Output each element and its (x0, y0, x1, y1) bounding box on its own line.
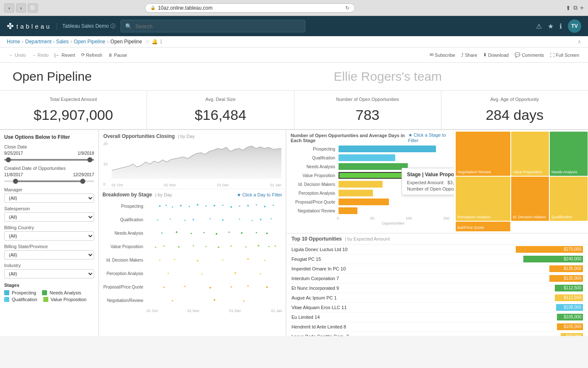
treemap-cell-proposal[interactable]: lsal/Price Quote (456, 222, 510, 231)
top10-row-8[interactable]: Eu Limited 14 $105,000 (286, 312, 588, 322)
back-button[interactable]: ‹ (4, 3, 14, 13)
svg-point-16 (170, 219, 171, 220)
user-avatar[interactable]: TV (568, 19, 581, 33)
comments-button[interactable]: 💬 Comments (512, 51, 546, 59)
svg-point-7 (214, 205, 215, 207)
top10-section: Top 10 Opportunities | by Expected Amoun… (286, 233, 588, 336)
close-date-range: 9/25/2017 1/9/2018 (4, 151, 94, 156)
horiz-filter-link[interactable]: ★ Click a Stage to Filter (408, 132, 449, 143)
top10-row-6[interactable]: Augue Ac Ipsum PC 1 $112,500 (286, 293, 588, 303)
top10-subtitle: | by Expected Amount (345, 236, 390, 241)
horiz-row-prospecting[interactable]: Prospecting (292, 146, 449, 152)
breadcrumb-pipeline1[interactable]: Open Pipeline (74, 39, 105, 45)
info-icon[interactable]: ℹ (559, 22, 562, 30)
fullscreen-button[interactable]: ⛶ Full Screen (548, 51, 581, 59)
download-button[interactable]: ⬇ Download (481, 51, 511, 59)
refresh-button[interactable]: ⟳ Refresh (79, 51, 105, 59)
star-icon[interactable]: ★ (548, 22, 554, 30)
alert-icon[interactable]: ⚠ (536, 22, 542, 30)
refresh-browser-icon[interactable]: ↻ (345, 5, 349, 11)
breadcrumb-collapse-icon[interactable]: ∧ (578, 39, 581, 45)
revert-button[interactable]: |← Revert (52, 51, 77, 59)
app-info-icon[interactable]: ⓘ (110, 23, 116, 30)
treemap-cell-idm[interactable]: Id. Decision Makers (511, 177, 549, 221)
breadcrumb-home[interactable]: Home (7, 39, 20, 45)
top10-bar-7: $108,000 (556, 304, 583, 311)
redo-button[interactable]: → Redo (29, 51, 50, 59)
address-bar[interactable]: 🔒 10az.online.tableau.com ↻ (145, 3, 355, 13)
svg-point-54 (260, 273, 261, 275)
app-name-section: Tableau Sales Demo ⓘ (57, 23, 116, 30)
kpi-total-expected: Total Expected Amount $12,907,000 (0, 91, 147, 129)
breadcrumb-dept[interactable]: Department - Sales (25, 39, 68, 45)
top10-row-10[interactable]: Lacus Pede Sagittis Corp. 7 $90,000 (286, 332, 588, 336)
share-button[interactable]: ⤴ Share (459, 51, 479, 59)
pause-button[interactable]: ⏸ Pause (106, 51, 129, 59)
top10-row-5[interactable]: Et Nunc Incorporated 9 $112,500 (286, 283, 588, 293)
refresh-label: Refresh (86, 53, 102, 58)
horiz-row-proposal[interactable]: Proposal/Price Quote (292, 199, 449, 205)
created-date-thumb-left[interactable] (13, 179, 18, 184)
treemap-cell-value[interactable]: Value Proposition (511, 132, 549, 176)
svg-point-32 (256, 232, 257, 233)
subscribe-button[interactable]: ✉ Subscribe (428, 51, 457, 59)
kpi-row: Total Expected Amount $12,907,000 Avg. D… (0, 91, 588, 130)
svg-point-8 (222, 205, 223, 206)
horiz-row-negotiation[interactable]: Negotiation/ Review (292, 207, 449, 214)
right-panel: Number of Open Opportunities and Average… (286, 130, 588, 336)
sparkline-svg-negotiation (147, 296, 282, 304)
treemap-cell-qualification[interactable]: Qualification (550, 177, 588, 221)
breadcrumb-star-icon[interactable]: ☆ (145, 39, 150, 45)
breakdown-row-perception: Perception Analysis (102, 267, 282, 280)
breakdown-row-value: Value Proposition (102, 240, 282, 253)
sparkline-svg-proposal (147, 283, 282, 291)
top10-row-4[interactable]: Interdum Corporation 7 $135,000 (286, 274, 588, 283)
kpi-open-opps-label: Number of Open Opportunities (303, 97, 433, 102)
breadcrumb-alert-icon[interactable]: 🔔 (152, 39, 158, 45)
y-label-20: 20 (103, 142, 108, 146)
close-date-thumb-right[interactable] (87, 157, 92, 162)
search-input[interactable] (135, 23, 301, 29)
browser-chrome: ‹ › ⬜ 🔒 10az.online.tableau.com ↻ ⬆ ⧉ + (0, 0, 588, 16)
billing-state-select[interactable]: (All) (4, 250, 94, 259)
svg-point-41 (245, 246, 247, 248)
tab-icon[interactable]: ⬜ (28, 3, 38, 13)
share-browser-btn[interactable]: ⬆ (566, 4, 571, 12)
billing-country-select[interactable]: (All) (4, 231, 94, 241)
sparkline-svg-prospecting (147, 202, 282, 210)
top10-row-1[interactable]: Ligula Donec Luctus Ltd 10 $270,000 (286, 245, 588, 254)
horiz-x-axis-label: Opportunities (337, 221, 449, 225)
salesperson-select[interactable]: (All) (4, 212, 94, 222)
top10-name-3: Imperdiet Ornare In PC 10 (291, 266, 549, 271)
manager-select[interactable]: (All) (4, 193, 94, 203)
close-date-slider[interactable] (4, 159, 94, 161)
svg-point-26 (176, 231, 178, 233)
close-date-thumb-left[interactable] (6, 157, 11, 162)
treemap-cell-needs[interactable]: Needs Analysis (550, 132, 588, 176)
treemap-cell-negotiation[interactable]: Negotiation/ Review (456, 132, 510, 176)
industry-label: Industry (4, 263, 94, 268)
svg-point-60 (266, 286, 268, 288)
top10-row-7[interactable]: Vitae Aliquam Eros LLC 11 $108,000 (286, 303, 588, 312)
manager-section: Manager (All) (4, 187, 94, 203)
y-label-0: 0 (103, 182, 108, 186)
horiz-row-qualification[interactable]: Qualification (292, 154, 449, 161)
top10-amount-9: $105,000 (564, 324, 581, 329)
undo-button[interactable]: ← Undo (7, 51, 28, 59)
created-date-slider[interactable] (4, 180, 94, 182)
treemap-cell-perception[interactable]: Perception Analysis (456, 177, 510, 221)
breakdown-filter-link[interactable]: ★ Click a Day to Filter (237, 192, 282, 198)
kpi-open-opps-value: 783 (303, 107, 433, 123)
forward-button[interactable]: › (16, 3, 26, 13)
top10-row-3[interactable]: Imperdiet Ornare In PC 10 $135,000 (286, 264, 588, 274)
add-tab-btn[interactable]: + (580, 4, 584, 12)
tabs-browser-btn[interactable]: ⧉ (573, 4, 578, 12)
lock-icon: 🔒 (150, 5, 155, 10)
industry-select[interactable]: (All) (4, 269, 94, 278)
header-search-bar[interactable]: 🔍 (121, 20, 305, 32)
tooltip-opps-label: Number of Open Opportunities: (407, 186, 454, 191)
top10-row-9[interactable]: Hendrerit Id Ante Limited 8 $105,000 (286, 322, 588, 332)
created-date-thumb-right[interactable] (80, 179, 85, 184)
horiz-row-value[interactable]: Value Proposition Stage | Value Proposit… (292, 172, 449, 179)
top10-row-2[interactable]: Feugiat PC 15 $240,000 (286, 254, 588, 264)
